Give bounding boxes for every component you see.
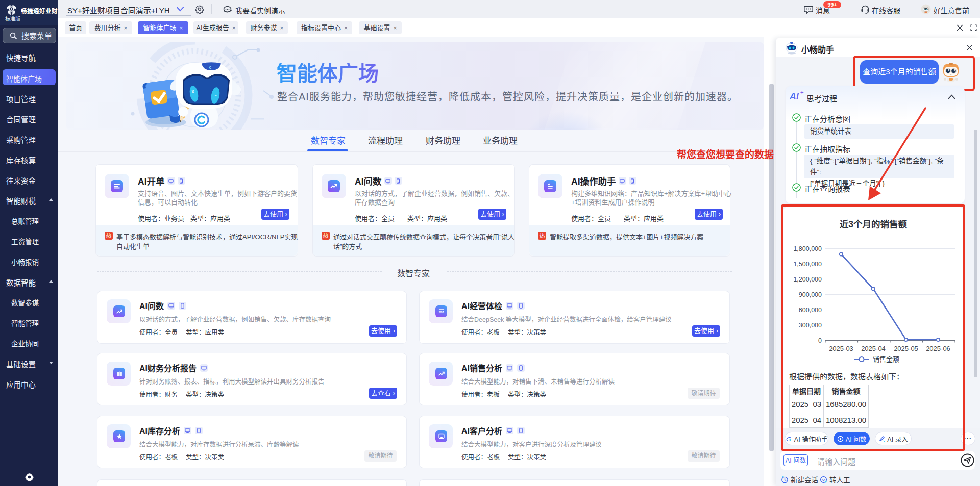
svg-text:x: x <box>191 89 194 94</box>
svg-text:~: ~ <box>214 93 217 98</box>
svg-text:c: c <box>209 65 211 70</box>
